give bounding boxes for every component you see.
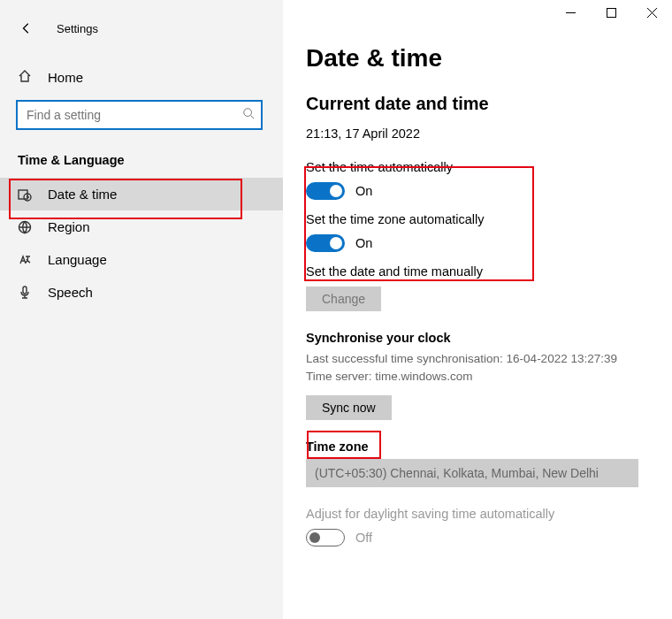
main-panel: Date & time Current date and time 21:13,… [283,0,672,619]
search-input[interactable] [18,108,236,122]
sidebar-item-date-time[interactable]: Date & time [0,178,283,210]
app-title: Settings [57,22,98,35]
current-header: Current date and time [306,94,651,114]
current-datetime: 21:13, 17 April 2022 [306,126,651,141]
home-icon [18,69,32,86]
language-icon [18,253,32,267]
nav-label: Speech [48,285,93,300]
search-input-wrap[interactable] [16,100,263,130]
close-button[interactable] [631,0,672,25]
auto-tz-toggle[interactable] [306,234,345,252]
sidebar-item-language[interactable]: Language [0,243,283,276]
sidebar-item-region[interactable]: Region [0,210,283,243]
calendar-clock-icon [18,187,32,202]
category-header: Time & Language [0,153,283,167]
dst-label: Adjust for daylight saving time automati… [306,507,651,521]
window-controls [550,0,672,25]
sync-now-button[interactable]: Sync now [306,395,392,420]
sidebar-item-speech[interactable]: Speech [0,276,283,309]
sidebar: Settings Home Time & Language Date & tim… [0,0,283,619]
search-icon [236,107,261,123]
page-title: Date & time [306,44,651,73]
dst-toggle [306,529,345,546]
globe-icon [18,220,32,234]
minimize-button[interactable] [550,0,591,25]
change-button: Change [306,287,381,311]
auto-time-state: On [355,184,372,198]
sync-server: Time server: time.windows.com [306,368,651,386]
arrow-left-icon [20,22,33,34]
auto-tz-label: Set the time zone automatically [306,212,651,226]
nav-label: Language [48,252,107,267]
sidebar-item-home[interactable]: Home [0,60,283,95]
tz-header: Time zone [306,439,651,454]
close-icon [647,8,657,18]
auto-time-toggle[interactable] [306,182,345,200]
auto-time-label: Set the time automatically [306,160,651,174]
manual-label: Set the date and time manually [306,264,651,279]
nav-label: Region [48,219,90,234]
sync-last: Last successful time synchronisation: 16… [306,350,651,368]
auto-tz-state: On [355,236,372,250]
nav-label: Date & time [48,187,117,202]
svg-point-0 [244,109,252,117]
back-button[interactable] [16,18,37,39]
svg-rect-4 [23,287,27,294]
tz-dropdown: (UTC+05:30) Chennai, Kolkata, Mumbai, Ne… [306,459,638,487]
minimize-icon [566,8,576,18]
microphone-icon [18,286,32,300]
home-label: Home [48,70,83,85]
maximize-button[interactable] [591,0,631,25]
maximize-icon [607,8,616,18]
sync-header: Synchronise your clock [306,331,651,345]
svg-rect-5 [607,8,615,17]
dst-state: Off [355,531,372,545]
